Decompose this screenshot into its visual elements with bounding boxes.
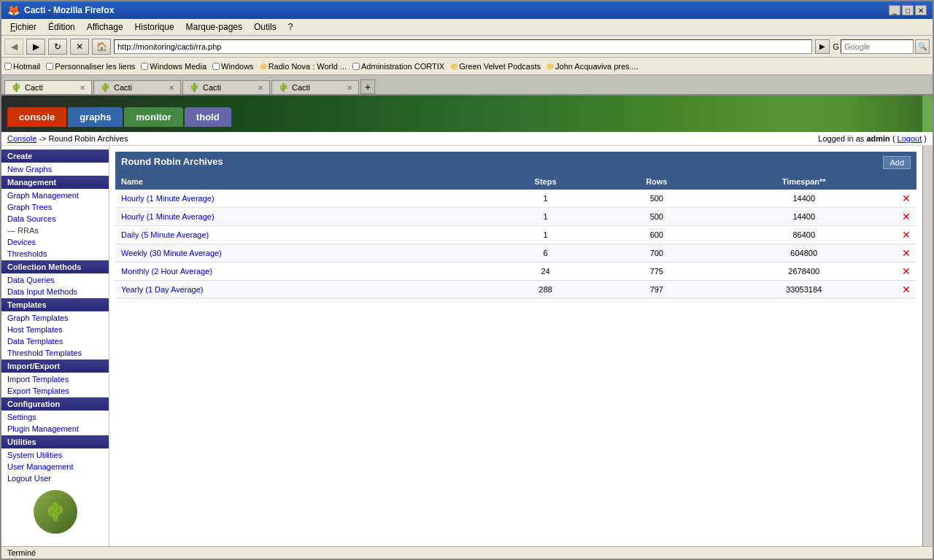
browser-tab-1[interactable]: 🌵 Cacti ✕ (93, 80, 181, 94)
sidebar-item-data-input[interactable]: Data Input Methods (1, 286, 109, 298)
sidebar-section-utilities[interactable]: Utilities (1, 435, 109, 448)
row-delete-2[interactable]: ✕ (896, 226, 916, 244)
sidebar-item-graph-trees[interactable]: Graph Trees (1, 201, 109, 213)
sidebar-item-logout-user[interactable]: Logout User (1, 472, 109, 484)
sidebar-item-thresholds[interactable]: Thresholds (1, 248, 109, 260)
sidebar-item-data-queries[interactable]: Data Queries (1, 274, 109, 286)
sidebar-item-plugin-management[interactable]: Plugin Management (1, 423, 109, 435)
tab-close-0[interactable]: ✕ (80, 84, 85, 92)
stop-button[interactable]: ✕ (70, 39, 89, 55)
sidebar-item-host-templates[interactable]: Host Templates (1, 324, 109, 335)
breadcrumb-console-link[interactable]: Console (7, 134, 36, 143)
search-button[interactable]: 🔍 (915, 39, 930, 54)
sidebar-item-export-templates[interactable]: Export Templates (1, 385, 109, 397)
bookmark-windows[interactable]: Windows (212, 62, 254, 71)
sidebar-item-rras[interactable]: --- RRAs (1, 225, 109, 236)
delete-icon-0[interactable]: ✕ (902, 192, 911, 204)
menu-bar: Fichier Édition Affichage Historique Mar… (1, 19, 933, 36)
sidebar-item-graph-management[interactable]: Graph Management (1, 190, 109, 201)
sidebar-section-import-export[interactable]: Import/Export (1, 359, 109, 373)
row-delete-5[interactable]: ✕ (896, 281, 916, 299)
row-name-5[interactable]: Yearly (1 Day Average) (115, 281, 490, 299)
home-button[interactable]: 🏠 (92, 39, 111, 55)
maximize-button[interactable]: □ (902, 5, 914, 15)
sidebar-item-data-templates[interactable]: Data Templates (1, 335, 109, 347)
bookmark-radio[interactable]: ⊕ Radio Nova : World ... (260, 61, 347, 71)
add-button[interactable]: Add (883, 156, 911, 169)
row-delete-3[interactable]: ✕ (896, 244, 916, 262)
forward-button[interactable]: ▶ (26, 39, 45, 55)
sidebar-item-graph-templates[interactable]: Graph Templates (1, 312, 109, 324)
sidebar-section-create[interactable]: Create (1, 149, 109, 163)
minimize-button[interactable]: _ (889, 5, 900, 15)
delete-icon-5[interactable]: ✕ (902, 284, 911, 295)
bookmark-hotmail[interactable]: Hotmail (4, 62, 40, 71)
row-delete-1[interactable]: ✕ (896, 208, 916, 226)
delete-icon-1[interactable]: ✕ (902, 211, 911, 222)
menu-marquepages[interactable]: Marque-pages (180, 20, 248, 34)
row-name-4[interactable]: Monthly (2 Hour Average) (115, 262, 490, 281)
browser-tab-2[interactable]: 🌵 Cacti ✕ (182, 80, 270, 94)
sidebar-item-threshold-templates[interactable]: Threshold Templates (1, 347, 109, 359)
row-name-3[interactable]: Weekly (30 Minute Average) (115, 244, 490, 262)
tab-close-2[interactable]: ✕ (258, 84, 263, 92)
col-steps: Steps (490, 174, 601, 190)
row-rows-5: 797 (601, 281, 711, 299)
sidebar-item-system-utilities[interactable]: System Utilities (1, 449, 109, 461)
sidebar-section-configuration[interactable]: Configuration (1, 397, 109, 411)
delete-icon-4[interactable]: ✕ (902, 265, 911, 277)
bookmark-checkbox-hotmail[interactable] (4, 63, 12, 70)
bookmark-checkbox-win[interactable] (212, 63, 220, 70)
menu-fichier[interactable]: Fichier (4, 20, 42, 34)
browser-tab-3[interactable]: 🌵 Cacti ✕ (271, 80, 359, 94)
bookmark-checkbox-cortix[interactable] (352, 63, 360, 70)
bookmark-john[interactable]: ⊕ John Acquaviva pres.... (547, 61, 638, 71)
bookmark-greenvelvet[interactable]: ⊕ Green Velvet Podcasts (450, 61, 541, 71)
close-button[interactable]: ✕ (915, 5, 927, 15)
menu-outils[interactable]: Outils (248, 20, 282, 34)
row-name-1[interactable]: Hourly (1 Minute Average) (115, 208, 490, 226)
nav-thold[interactable]: thold (185, 107, 231, 127)
menu-edition[interactable]: Édition (42, 20, 81, 34)
address-input[interactable] (114, 39, 812, 54)
delete-icon-2[interactable]: ✕ (902, 229, 911, 241)
search-bar: G 🔍 (833, 39, 930, 54)
tab-close-1[interactable]: ✕ (169, 84, 174, 92)
nav-graphs[interactable]: graphs (68, 107, 123, 127)
row-delete-0[interactable]: ✕ (896, 190, 916, 208)
sidebar-item-data-sources[interactable]: Data Sources (1, 213, 109, 225)
right-scrollbar[interactable] (922, 146, 933, 546)
menu-affichage[interactable]: Affichage (81, 20, 129, 34)
sidebar-section-collection[interactable]: Collection Methods (1, 260, 109, 273)
sidebar-item-new-graphs[interactable]: New Graphs (1, 163, 109, 175)
menu-help[interactable]: ? (282, 20, 299, 34)
bookmark-checkbox-perso[interactable] (46, 63, 53, 70)
row-name-2[interactable]: Daily (5 Minute Average) (115, 226, 490, 244)
sidebar-section-management[interactable]: Management (1, 176, 109, 189)
sidebar-item-settings[interactable]: Settings (1, 411, 109, 423)
row-delete-4[interactable]: ✕ (896, 262, 916, 281)
browser-tab-0[interactable]: 🌵 Cacti ✕ (4, 80, 92, 94)
search-input[interactable] (841, 39, 914, 54)
bookmark-windows-media[interactable]: Windows Media (141, 62, 207, 71)
bookmark-perso[interactable]: Personnaliser les liens (46, 62, 135, 71)
bookmark-cortix[interactable]: Administration CORTIX (352, 62, 444, 71)
delete-icon-3[interactable]: ✕ (902, 247, 911, 259)
menu-historique[interactable]: Historique (129, 20, 180, 34)
table-row: Daily (5 Minute Average) 1 600 86400 ✕ (115, 226, 916, 244)
reload-button[interactable]: ↻ (48, 39, 67, 55)
row-name-0[interactable]: Hourly (1 Minute Average) (115, 190, 490, 208)
row-rows-3: 700 (601, 244, 711, 262)
nav-monitor[interactable]: monitor (124, 107, 182, 127)
bookmark-checkbox-wm[interactable] (141, 63, 148, 70)
go-button[interactable]: ▶ (815, 39, 830, 54)
sidebar-item-import-templates[interactable]: Import Templates (1, 373, 109, 385)
sidebar-item-devices[interactable]: Devices (1, 236, 109, 248)
back-button[interactable]: ◀ (4, 39, 23, 55)
nav-console[interactable]: console (7, 107, 66, 127)
tab-close-3[interactable]: ✕ (347, 84, 352, 92)
sidebar-section-templates[interactable]: Templates (1, 298, 109, 311)
new-tab-button[interactable]: + (360, 79, 375, 94)
sidebar-item-user-management[interactable]: User Management (1, 461, 109, 472)
logout-link[interactable]: Logout (898, 134, 922, 143)
